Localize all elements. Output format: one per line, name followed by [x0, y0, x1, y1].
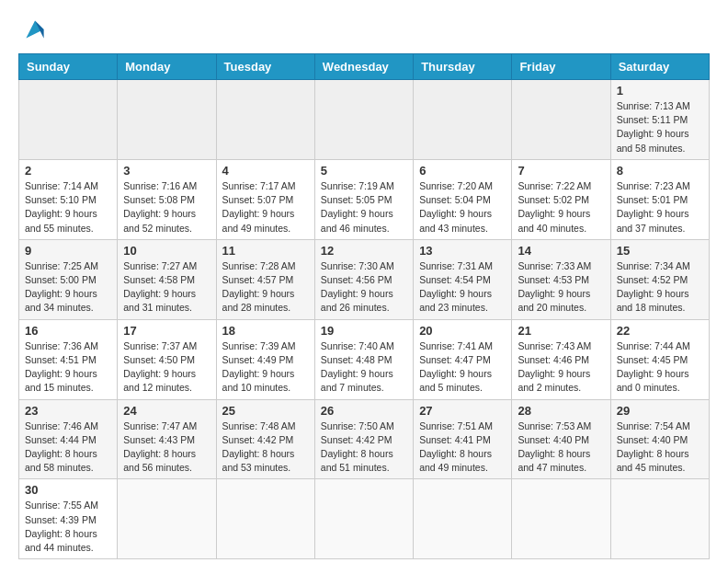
calendar-week-row: 16Sunrise: 7:36 AM Sunset: 4:51 PM Dayli…: [19, 319, 710, 399]
calendar: SundayMondayTuesdayWednesdayThursdayFrid…: [18, 53, 710, 559]
calendar-cell: 24Sunrise: 7:47 AM Sunset: 4:43 PM Dayli…: [118, 399, 216, 479]
weekday-header-friday: Friday: [512, 54, 610, 80]
day-number: 6: [419, 164, 506, 178]
day-number: 8: [617, 164, 703, 178]
day-info: Sunrise: 7:36 AM Sunset: 4:51 PM Dayligh…: [25, 339, 111, 396]
day-info: Sunrise: 7:14 AM Sunset: 5:10 PM Dayligh…: [25, 179, 111, 236]
day-number: 4: [222, 164, 309, 178]
day-info: Sunrise: 7:53 AM Sunset: 4:40 PM Dayligh…: [518, 419, 604, 476]
day-info: Sunrise: 7:13 AM Sunset: 5:11 PM Dayligh…: [617, 99, 703, 155]
weekday-header-wednesday: Wednesday: [314, 54, 413, 80]
calendar-cell: 12Sunrise: 7:30 AM Sunset: 4:56 PM Dayli…: [314, 239, 413, 319]
calendar-cell: 29Sunrise: 7:54 AM Sunset: 4:40 PM Dayli…: [610, 399, 709, 479]
calendar-week-row: 30Sunrise: 7:55 AM Sunset: 4:39 PM Dayli…: [19, 479, 710, 559]
calendar-cell: [19, 80, 118, 160]
calendar-cell: 22Sunrise: 7:44 AM Sunset: 4:45 PM Dayli…: [610, 319, 709, 399]
day-info: Sunrise: 7:41 AM Sunset: 4:47 PM Dayligh…: [419, 339, 506, 396]
weekday-header-thursday: Thursday: [414, 54, 512, 80]
day-info: Sunrise: 7:47 AM Sunset: 4:43 PM Dayligh…: [123, 419, 210, 476]
day-info: Sunrise: 7:20 AM Sunset: 5:04 PM Dayligh…: [419, 179, 506, 236]
day-info: Sunrise: 7:48 AM Sunset: 4:42 PM Dayligh…: [222, 419, 309, 476]
day-info: Sunrise: 7:37 AM Sunset: 4:50 PM Dayligh…: [123, 339, 210, 396]
weekday-header-saturday: Saturday: [610, 54, 709, 80]
calendar-week-row: 23Sunrise: 7:46 AM Sunset: 4:44 PM Dayli…: [19, 399, 710, 479]
calendar-cell: 13Sunrise: 7:31 AM Sunset: 4:54 PM Dayli…: [414, 239, 512, 319]
day-info: Sunrise: 7:25 AM Sunset: 5:00 PM Dayligh…: [25, 259, 111, 316]
day-number: 22: [617, 324, 703, 338]
day-number: 3: [123, 164, 210, 178]
calendar-week-row: 9Sunrise: 7:25 AM Sunset: 5:00 PM Daylig…: [19, 239, 710, 319]
calendar-cell: 11Sunrise: 7:28 AM Sunset: 4:57 PM Dayli…: [216, 239, 314, 319]
day-number: 5: [321, 164, 407, 178]
day-info: Sunrise: 7:22 AM Sunset: 5:02 PM Dayligh…: [518, 179, 604, 236]
day-number: 26: [321, 404, 407, 418]
day-number: 2: [25, 164, 111, 178]
calendar-cell: [414, 80, 512, 160]
day-info: Sunrise: 7:46 AM Sunset: 4:44 PM Dayligh…: [25, 419, 111, 476]
calendar-cell: 16Sunrise: 7:36 AM Sunset: 4:51 PM Dayli…: [19, 319, 118, 399]
day-number: 25: [222, 404, 309, 418]
day-info: Sunrise: 7:50 AM Sunset: 4:42 PM Dayligh…: [321, 419, 407, 476]
day-number: 13: [419, 244, 506, 258]
calendar-cell: 27Sunrise: 7:51 AM Sunset: 4:41 PM Dayli…: [414, 399, 512, 479]
day-number: 21: [518, 324, 604, 338]
calendar-cell: 21Sunrise: 7:43 AM Sunset: 4:46 PM Dayli…: [512, 319, 610, 399]
day-info: Sunrise: 7:23 AM Sunset: 5:01 PM Dayligh…: [617, 179, 703, 236]
day-number: 10: [123, 244, 210, 258]
calendar-cell: 9Sunrise: 7:25 AM Sunset: 5:00 PM Daylig…: [19, 239, 118, 319]
day-info: Sunrise: 7:43 AM Sunset: 4:46 PM Dayligh…: [518, 339, 604, 396]
day-info: Sunrise: 7:33 AM Sunset: 4:53 PM Dayligh…: [518, 259, 604, 316]
day-number: 7: [518, 164, 604, 178]
day-info: Sunrise: 7:40 AM Sunset: 4:48 PM Dayligh…: [321, 339, 407, 396]
day-number: 1: [617, 84, 703, 98]
day-number: 11: [222, 244, 309, 258]
day-number: 17: [123, 324, 210, 338]
calendar-header-row: SundayMondayTuesdayWednesdayThursdayFrid…: [19, 54, 710, 80]
day-number: 20: [419, 324, 506, 338]
day-number: 24: [123, 404, 210, 418]
day-info: Sunrise: 7:17 AM Sunset: 5:07 PM Dayligh…: [222, 179, 309, 236]
day-info: Sunrise: 7:44 AM Sunset: 4:45 PM Dayligh…: [617, 339, 703, 396]
day-number: 12: [321, 244, 407, 258]
day-number: 27: [419, 404, 506, 418]
calendar-week-row: 2Sunrise: 7:14 AM Sunset: 5:10 PM Daylig…: [19, 159, 710, 239]
calendar-cell: 8Sunrise: 7:23 AM Sunset: 5:01 PM Daylig…: [610, 159, 709, 239]
day-number: 14: [518, 244, 604, 258]
calendar-cell: 2Sunrise: 7:14 AM Sunset: 5:10 PM Daylig…: [19, 159, 118, 239]
day-number: 18: [222, 324, 309, 338]
calendar-cell: 17Sunrise: 7:37 AM Sunset: 4:50 PM Dayli…: [118, 319, 216, 399]
calendar-week-row: 1Sunrise: 7:13 AM Sunset: 5:11 PM Daylig…: [19, 80, 710, 160]
day-info: Sunrise: 7:39 AM Sunset: 4:49 PM Dayligh…: [222, 339, 309, 396]
logo: [18, 15, 50, 44]
day-info: Sunrise: 7:19 AM Sunset: 5:05 PM Dayligh…: [321, 179, 407, 236]
calendar-cell: 3Sunrise: 7:16 AM Sunset: 5:08 PM Daylig…: [118, 159, 216, 239]
calendar-cell: [512, 479, 610, 559]
day-info: Sunrise: 7:28 AM Sunset: 4:57 PM Dayligh…: [222, 259, 309, 316]
day-info: Sunrise: 7:30 AM Sunset: 4:56 PM Dayligh…: [321, 259, 407, 316]
day-number: 19: [321, 324, 407, 338]
day-info: Sunrise: 7:55 AM Sunset: 4:39 PM Dayligh…: [25, 499, 111, 555]
calendar-cell: [216, 479, 314, 559]
day-info: Sunrise: 7:31 AM Sunset: 4:54 PM Dayligh…: [419, 259, 506, 316]
calendar-cell: 1Sunrise: 7:13 AM Sunset: 5:11 PM Daylig…: [610, 80, 709, 160]
day-number: 30: [25, 483, 111, 497]
header: [18, 15, 710, 44]
calendar-cell: [610, 479, 709, 559]
calendar-cell: 30Sunrise: 7:55 AM Sunset: 4:39 PM Dayli…: [19, 479, 118, 559]
calendar-cell: [512, 80, 610, 160]
calendar-cell: 28Sunrise: 7:53 AM Sunset: 4:40 PM Dayli…: [512, 399, 610, 479]
day-info: Sunrise: 7:27 AM Sunset: 4:58 PM Dayligh…: [123, 259, 210, 316]
calendar-cell: [314, 80, 413, 160]
calendar-cell: [216, 80, 314, 160]
logo-icon: [20, 15, 50, 44]
calendar-cell: 20Sunrise: 7:41 AM Sunset: 4:47 PM Dayli…: [414, 319, 512, 399]
weekday-header-tuesday: Tuesday: [216, 54, 314, 80]
calendar-cell: 26Sunrise: 7:50 AM Sunset: 4:42 PM Dayli…: [314, 399, 413, 479]
day-number: 15: [617, 244, 703, 258]
calendar-cell: 4Sunrise: 7:17 AM Sunset: 5:07 PM Daylig…: [216, 159, 314, 239]
day-info: Sunrise: 7:16 AM Sunset: 5:08 PM Dayligh…: [123, 179, 210, 236]
day-number: 28: [518, 404, 604, 418]
calendar-cell: 14Sunrise: 7:33 AM Sunset: 4:53 PM Dayli…: [512, 239, 610, 319]
calendar-cell: 6Sunrise: 7:20 AM Sunset: 5:04 PM Daylig…: [414, 159, 512, 239]
day-number: 23: [25, 404, 111, 418]
